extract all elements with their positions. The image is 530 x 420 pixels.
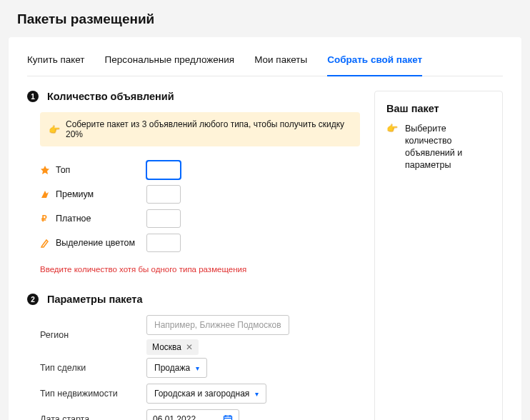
highlight-icon — [40, 238, 50, 248]
chip-region-label: Москва — [152, 342, 181, 352]
page-title: Пакеты размещений — [0, 0, 530, 37]
select-deal-value: Продажа — [154, 363, 190, 373]
step-1-badge: 1 — [27, 91, 39, 102]
label-region: Регион — [40, 330, 136, 340]
date-value: 06.01.2022 — [153, 414, 196, 420]
select-realty[interactable]: Городская и загородная ▾ — [146, 384, 266, 404]
param-date: Дата старта 06.01.2022 — [40, 406, 360, 420]
svg-text:₽: ₽ — [41, 214, 47, 224]
row-premium: Премиум — [40, 182, 360, 206]
row-paid: ₽ Платное — [40, 206, 360, 231]
premium-icon — [40, 189, 50, 199]
tab-build[interactable]: Собрать свой пакет — [327, 50, 422, 76]
label-deal: Тип сделки — [40, 363, 136, 373]
your-package-title: Ваш пакет — [386, 103, 491, 114]
label-realty: Тип недвижимости — [40, 389, 136, 399]
paid-icon: ₽ — [40, 214, 50, 224]
chip-region[interactable]: Москва ✕ — [146, 339, 199, 355]
label-date: Дата старта — [40, 414, 136, 420]
tab-buy[interactable]: Купить пакет — [27, 50, 85, 76]
label-highlight: Выделение цветом — [56, 238, 135, 248]
top-icon — [40, 165, 50, 175]
param-realty: Тип недвижимости Городская и загородная … — [40, 381, 360, 406]
input-paid[interactable] — [146, 209, 181, 228]
tabs: Купить пакет Персональные предложения Мо… — [27, 50, 503, 76]
input-top[interactable] — [146, 161, 181, 179]
your-package-text: Выберите количество объявлений и парамет… — [405, 123, 491, 171]
select-deal[interactable]: Продажа ▾ — [146, 358, 207, 378]
svg-marker-0 — [41, 166, 49, 174]
chevron-down-icon: ▾ — [196, 364, 199, 372]
param-deal: Тип сделки Продажа ▾ — [40, 355, 360, 381]
your-package-panel: Ваш пакет 👉 Выберите количество объявлен… — [374, 91, 503, 420]
main-card: Купить пакет Персональные предложения Мо… — [9, 37, 521, 420]
label-top: Топ — [56, 165, 70, 175]
discount-tip-text: Соберите пакет из 3 объявлений любого ти… — [66, 119, 351, 139]
row-top: Топ — [40, 158, 360, 182]
pointer-icon: 👉 — [49, 124, 60, 135]
error-message: Введите количество хотя бы одного типа р… — [40, 265, 360, 274]
tab-offers[interactable]: Персональные предложения — [105, 50, 235, 76]
input-date[interactable]: 06.01.2022 — [146, 409, 239, 420]
select-realty-value: Городская и загородная — [154, 389, 249, 399]
input-region[interactable] — [146, 315, 289, 335]
label-premium: Премиум — [56, 189, 94, 199]
chevron-down-icon: ▾ — [255, 390, 259, 398]
section-1-header: 1 Количество объявлений — [27, 91, 360, 102]
step-2-badge: 2 — [27, 294, 39, 305]
row-highlight: Выделение цветом — [40, 231, 360, 255]
section-2-header: 2 Параметры пакета — [27, 294, 360, 305]
input-premium[interactable] — [146, 185, 181, 204]
chip-region-remove-icon[interactable]: ✕ — [186, 342, 193, 352]
section-1-title: Количество объявлений — [47, 91, 174, 102]
pointer-icon: 👉 — [386, 123, 398, 134]
section-2-title: Параметры пакета — [47, 294, 143, 305]
tab-mine[interactable]: Мои пакеты — [254, 50, 307, 76]
input-highlight[interactable] — [146, 234, 181, 252]
calendar-icon — [223, 414, 233, 420]
label-paid: Платное — [56, 214, 91, 224]
discount-tip: 👉 Соберите пакет из 3 объявлений любого … — [40, 112, 360, 146]
param-region: Регион Москва ✕ — [40, 315, 360, 355]
